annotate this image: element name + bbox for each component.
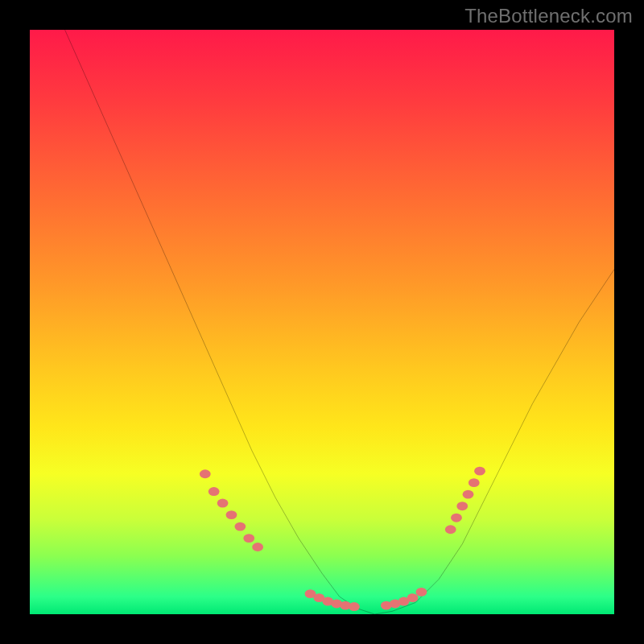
curve-marker xyxy=(208,487,220,496)
right-ascent-markers xyxy=(445,467,485,534)
curve-marker xyxy=(445,525,456,534)
left-descent-markers xyxy=(200,469,263,551)
chart-frame: TheBottleneck.com xyxy=(0,0,644,644)
bottleneck-curve xyxy=(65,30,614,614)
curve-marker xyxy=(226,510,237,519)
curve-marker xyxy=(200,469,211,478)
curve-layer xyxy=(30,30,614,614)
curve-marker xyxy=(217,499,229,508)
curve-marker xyxy=(474,467,485,476)
curve-marker xyxy=(451,514,462,522)
bottom-right-markers xyxy=(381,588,427,610)
curve-marker xyxy=(407,593,419,602)
curve-marker xyxy=(456,502,468,510)
plot-area xyxy=(30,30,614,614)
curve-marker xyxy=(463,490,474,499)
curve-marker xyxy=(243,534,254,543)
curve-marker xyxy=(349,602,360,611)
curve-marker xyxy=(416,588,427,597)
curve-marker xyxy=(469,478,480,487)
watermark-text: TheBottleneck.com xyxy=(464,5,633,27)
curve-marker xyxy=(252,543,263,551)
bottom-left-markers xyxy=(305,589,360,611)
curve-marker xyxy=(234,522,246,531)
